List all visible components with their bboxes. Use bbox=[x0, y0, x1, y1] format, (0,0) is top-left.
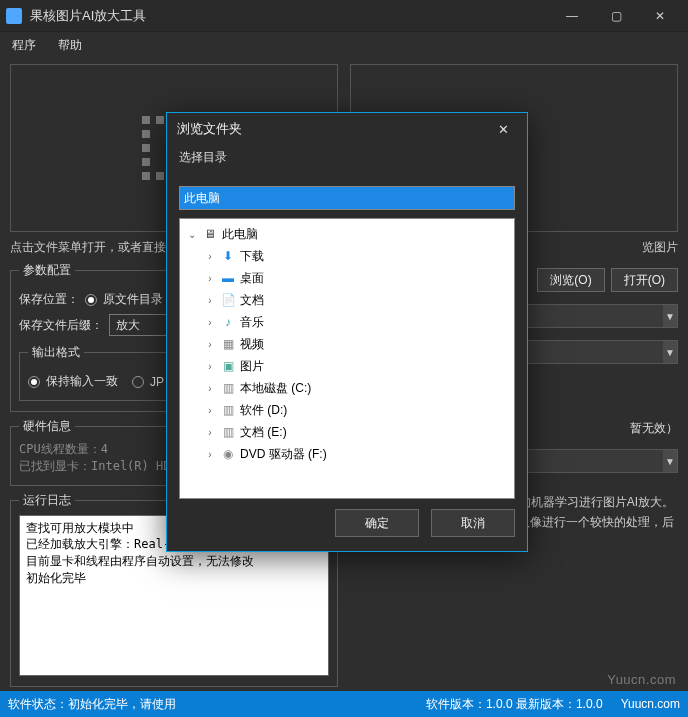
path-input-wrap bbox=[179, 186, 515, 210]
folder-icon: ⬇ bbox=[220, 248, 236, 264]
tree-item[interactable]: ›▥本地磁盘 (C:) bbox=[180, 377, 514, 399]
tree-item-label: 文档 (E:) bbox=[240, 424, 287, 441]
folder-icon: ◉ bbox=[220, 446, 236, 462]
browse-folder-dialog: 浏览文件夹 ✕ 选择目录 ⌄ 🖥 此电脑 ›⬇下载›▬桌面›📄文档›♪音乐›▦视… bbox=[166, 112, 528, 552]
expand-toggle[interactable]: › bbox=[204, 317, 216, 328]
folder-icon: 📄 bbox=[220, 292, 236, 308]
tree-item-label: 图片 bbox=[240, 358, 264, 375]
tree-item-label: 软件 (D:) bbox=[240, 402, 287, 419]
tree-item[interactable]: ›📄文档 bbox=[180, 289, 514, 311]
folder-icon: ▥ bbox=[220, 424, 236, 440]
folder-icon: ▥ bbox=[220, 380, 236, 396]
folder-icon: ▬ bbox=[220, 270, 236, 286]
tree-item[interactable]: ›▦视频 bbox=[180, 333, 514, 355]
expand-toggle[interactable]: › bbox=[204, 295, 216, 306]
tree-item[interactable]: ›▬桌面 bbox=[180, 267, 514, 289]
tree-item[interactable]: ›♪音乐 bbox=[180, 311, 514, 333]
expand-toggle[interactable]: › bbox=[204, 449, 216, 460]
tree-item[interactable]: ›▥文档 (E:) bbox=[180, 421, 514, 443]
tree-item-label: 本地磁盘 (C:) bbox=[240, 380, 311, 397]
dialog-cancel-button[interactable]: 取消 bbox=[431, 509, 515, 537]
folder-icon: ▦ bbox=[220, 336, 236, 352]
folder-icon: ♪ bbox=[220, 314, 236, 330]
tree-item-label: 下载 bbox=[240, 248, 264, 265]
tree-root[interactable]: ⌄ 🖥 此电脑 bbox=[180, 223, 514, 245]
dialog-title: 浏览文件夹 bbox=[177, 120, 242, 138]
dialog-backdrop: 浏览文件夹 ✕ 选择目录 ⌄ 🖥 此电脑 ›⬇下载›▬桌面›📄文档›♪音乐›▦视… bbox=[0, 0, 688, 717]
tree-item[interactable]: ›▣图片 bbox=[180, 355, 514, 377]
tree-root-label: 此电脑 bbox=[222, 226, 258, 243]
expand-toggle[interactable]: › bbox=[204, 427, 216, 438]
expand-toggle[interactable]: › bbox=[204, 361, 216, 372]
dialog-label: 选择目录 bbox=[179, 149, 515, 166]
tree-item-label: 文档 bbox=[240, 292, 264, 309]
tree-item-label: 桌面 bbox=[240, 270, 264, 287]
expand-toggle[interactable]: ⌄ bbox=[186, 229, 198, 240]
dialog-titlebar: 浏览文件夹 ✕ bbox=[167, 113, 527, 145]
tree-item-label: DVD 驱动器 (F:) bbox=[240, 446, 327, 463]
expand-toggle[interactable]: › bbox=[204, 273, 216, 284]
pc-icon: 🖥 bbox=[202, 226, 218, 242]
tree-item[interactable]: ›◉DVD 驱动器 (F:) bbox=[180, 443, 514, 465]
tree-item-label: 音乐 bbox=[240, 314, 264, 331]
expand-toggle[interactable]: › bbox=[204, 383, 216, 394]
expand-toggle[interactable]: › bbox=[204, 339, 216, 350]
tree-item[interactable]: ›⬇下载 bbox=[180, 245, 514, 267]
folder-icon: ▣ bbox=[220, 358, 236, 374]
tree-item-label: 视频 bbox=[240, 336, 264, 353]
folder-icon: ▥ bbox=[220, 402, 236, 418]
dialog-ok-button[interactable]: 确定 bbox=[335, 509, 419, 537]
dialog-close-button[interactable]: ✕ bbox=[489, 117, 517, 141]
expand-toggle[interactable]: › bbox=[204, 405, 216, 416]
tree-item[interactable]: ›▥软件 (D:) bbox=[180, 399, 514, 421]
expand-toggle[interactable]: › bbox=[204, 251, 216, 262]
folder-tree[interactable]: ⌄ 🖥 此电脑 ›⬇下载›▬桌面›📄文档›♪音乐›▦视频›▣图片›▥本地磁盘 (… bbox=[179, 218, 515, 499]
path-input[interactable] bbox=[180, 187, 514, 209]
